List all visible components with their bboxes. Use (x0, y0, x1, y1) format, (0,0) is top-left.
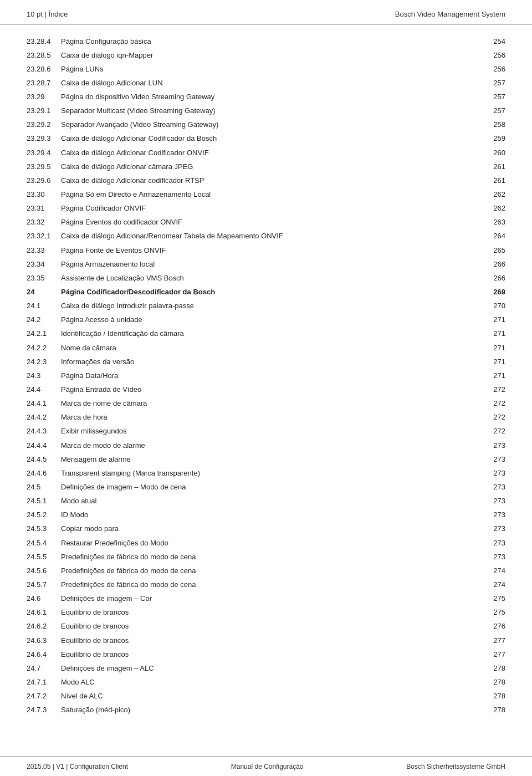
toc-row: 23.29.5 Caixa de diálogo Adicionar câmar… (27, 160, 505, 173)
toc-row: 23.30 Página Só em Directo e Armazenamen… (27, 188, 505, 202)
entry-title: Predefinições de fábrica do modo de cena (61, 552, 483, 563)
entry-page: 277 (483, 649, 505, 660)
entry-num: 24.4.2 (27, 412, 61, 423)
toc-row: 24.2.2 Nome da câmara 271 (27, 341, 505, 355)
entry-page: 271 (483, 370, 505, 381)
entry-page: 262 (483, 189, 505, 200)
entry-page: 273 (483, 468, 505, 479)
toc-row: 24.3 Página Data/Hora 271 (27, 369, 505, 382)
toc-row: 24.5.5 Predefinições de fábrica do modo … (27, 550, 505, 564)
entry-num: 24.6.2 (27, 621, 61, 632)
entry-num: 24.5.2 (27, 509, 61, 520)
entry-num: 23.28.6 (27, 64, 61, 75)
entry-page: 270 (483, 300, 505, 312)
entry-title: Separador Avançado (Video Streaming Gate… (61, 119, 483, 130)
page-header: 10 pt | Índice Bosch Video Management Sy… (0, 0, 532, 24)
toc-row: 24.5.2 ID Modo 273 (27, 508, 505, 522)
toc-row: 23.28.4 Página Configuração básica 254 (27, 34, 505, 48)
entry-page: 278 (483, 677, 505, 688)
entry-title: Marca de modo de alarme (61, 440, 483, 451)
entry-num: 24.4 (27, 384, 61, 395)
entry-num: 24.2.2 (27, 343, 61, 354)
entry-title: Definições de imagem – ALC (61, 663, 483, 674)
entry-num: 23.29.1 (27, 105, 61, 116)
toc-row: 23.33 Página Fonte de Eventos ONVIF 265 (27, 243, 505, 257)
entry-title: Caixa de diálogo Adicionar Codificador d… (61, 133, 483, 144)
page-header-right: Bosch Video Management System (395, 10, 505, 18)
toc-row: 24.5.3 Copiar modo para 273 (27, 522, 505, 536)
entry-num: 24.4.1 (27, 398, 61, 409)
entry-page: 278 (483, 691, 505, 702)
entry-num: 23.33 (27, 245, 61, 256)
toc-row: 23.29.3 Caixa de diálogo Adicionar Codif… (27, 132, 505, 146)
toc-row: 24.4.4 Marca de modo de alarme 273 (27, 438, 505, 452)
entry-page: 275 (483, 607, 505, 618)
toc-row: 24.2 Página Acesso à unidade 271 (27, 313, 505, 327)
entry-title: Modo atual (61, 496, 483, 507)
entry-title: Nível de ALC (61, 691, 483, 702)
entry-num: 24.5.6 (27, 565, 61, 576)
entry-title: Página Armazenamento local (61, 259, 483, 270)
entry-page: 259 (483, 133, 505, 144)
entry-num: 23.28.7 (27, 78, 61, 89)
toc-row: 24.1 Caixa de diálogo Introduzir palavra… (27, 299, 505, 313)
entry-page: 262 (483, 203, 505, 214)
entry-page: 256 (483, 50, 505, 61)
entry-title: Caixa de diálogo Introduzir palavra-pass… (61, 300, 483, 312)
entry-num: 23.32.1 (27, 231, 61, 242)
entry-num: 24.4.5 (27, 454, 61, 465)
entry-page: 273 (483, 552, 505, 563)
entry-num: 24.1 (27, 300, 61, 312)
entry-page: 265 (483, 245, 505, 256)
entry-num: 24.4.3 (27, 426, 61, 437)
entry-title: Equilíbrio de brancos (61, 621, 483, 632)
entry-title: Definições de imagem – Cor (61, 593, 483, 604)
toc-row: 23.29.4 Caixa de diálogo Adicionar Codif… (27, 146, 505, 160)
toc-row: 23.29.1 Separador Multicast (Video Strea… (27, 104, 505, 118)
entry-num: 24.5.5 (27, 552, 61, 563)
entry-num: 23.29.2 (27, 119, 61, 130)
entry-page: 274 (483, 579, 505, 590)
toc-row: 24.5.4 Restaurar Predefinições do Modo 2… (27, 536, 505, 550)
entry-num: 23.28.5 (27, 50, 61, 61)
entry-title: Transparent stamping (Marca transparente… (61, 468, 483, 479)
entry-num: 24.5 (27, 482, 61, 493)
toc-row: 24.2.1 Identificação / Identificação da … (27, 327, 505, 341)
entry-page: 273 (483, 496, 505, 507)
entry-title: Página Eventos do codificador ONVIF (61, 217, 483, 228)
entry-page: 263 (483, 217, 505, 228)
toc-row: 24.4.5 Mensagem de alarme 273 (27, 452, 505, 466)
toc-row: 24 Página Codificador/Descodificador da … (27, 285, 505, 299)
entry-page: 261 (483, 161, 505, 172)
toc-row: 24.7 Definições de imagem – ALC 278 (27, 661, 505, 675)
toc-row: 23.35 Assistente de Localização VMS Bosc… (27, 271, 505, 285)
entry-title: Marca de hora (61, 412, 483, 423)
entry-num: 23.29 (27, 91, 61, 103)
entry-num: 24.7.2 (27, 691, 61, 702)
toc-row: 24.7.1 Modo ALC 278 (27, 675, 505, 689)
entry-title: Copiar modo para (61, 523, 483, 534)
entry-title: Página Fonte de Eventos ONVIF (61, 245, 483, 256)
toc-content: 23.28.4 Página Configuração básica 254 2… (0, 29, 532, 762)
entry-title: Predefinições de fábrica do modo de cena (61, 579, 483, 590)
entry-title: Caixa de diálogo Adicionar codificador R… (61, 175, 483, 186)
entry-page: 277 (483, 635, 505, 646)
entry-page: 273 (483, 440, 505, 451)
entry-num: 24.5.3 (27, 523, 61, 534)
toc-row: 24.4 Página Entrada de Vídeo 272 (27, 383, 505, 397)
entry-page: 269 (483, 287, 505, 298)
entry-title: Página Acesso à unidade (61, 314, 483, 325)
entry-title: Mensagem de alarme (61, 454, 483, 465)
toc-row: 24.6.4 Equilíbrio de brancos 277 (27, 647, 505, 661)
entry-num: 24.6.1 (27, 607, 61, 618)
toc-row: 24.7.3 Saturação (méd-pico) 278 (27, 703, 505, 717)
entry-page: 257 (483, 91, 505, 103)
entry-num: 23.29.4 (27, 147, 61, 159)
entry-title: Página Codificador ONVIF (61, 203, 483, 214)
toc-row: 23.28.6 Página LUNs 256 (27, 62, 505, 76)
entry-page: 278 (483, 663, 505, 674)
entry-title: Restaurar Predefinições do Modo (61, 538, 483, 549)
entry-title: Caixa de diálogo Adicionar Codificador O… (61, 147, 483, 159)
footer-center: Manual de Configuração (231, 763, 304, 770)
entry-page: 254 (483, 36, 505, 47)
